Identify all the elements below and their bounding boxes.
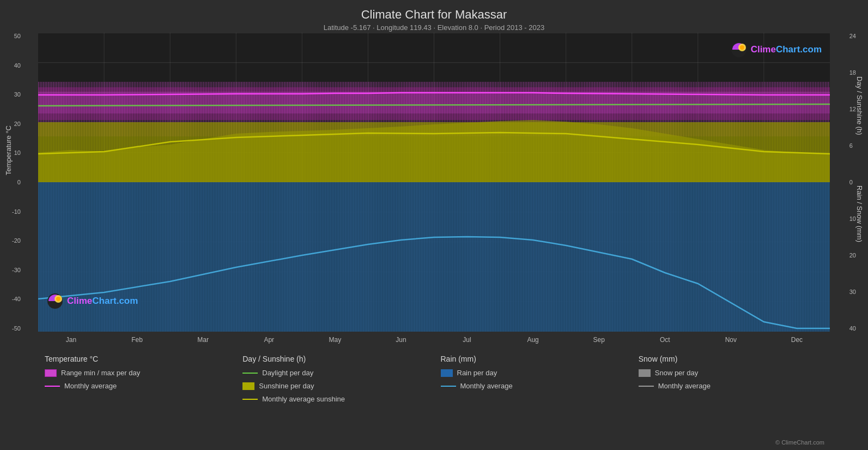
- subtitle: Latitude -5.167 · Longitude 119.43 · Ele…: [0, 23, 868, 32]
- yaxis-right: 24 18 12 6 0 10 20 30 40: [849, 33, 856, 332]
- chart-svg: [38, 33, 830, 332]
- main-title: Climate Chart for Makassar: [0, 8, 868, 22]
- chart-area: ClimeChart.com ClimeChart.com: [38, 33, 830, 332]
- svg-rect-32: [38, 182, 830, 332]
- legend-snow-title: Snow (mm): [639, 355, 823, 363]
- legend-rain-avg-line: [441, 386, 456, 387]
- logo-text-chart-com: Chart.com: [776, 44, 822, 55]
- xaxis: Jan Feb Mar Apr May Jun Jul Aug Sep Oct …: [38, 333, 830, 349]
- chart-wrapper: 50 40 30 20 10 0 -10 -20 -30 -40 -50 24 …: [38, 33, 830, 349]
- legend-area: Temperature °C Range min / max per day M…: [38, 349, 830, 450]
- logo-text-clime: Clime: [751, 44, 776, 55]
- page: Climate Chart for Makassar Latitude -5.1…: [0, 0, 868, 450]
- legend-sunshine-bar: [242, 382, 254, 390]
- title-area: Climate Chart for Makassar Latitude -5.1…: [0, 0, 868, 32]
- yaxis-right-title-bottom: Rain / Snow (mm): [855, 185, 864, 242]
- legend-snow-swatch: Snow per day: [639, 369, 823, 377]
- logo-icon-top: [730, 41, 748, 58]
- legend-daylight-line: [242, 373, 258, 374]
- legend-rain-title: Rain (mm): [441, 355, 626, 363]
- snow-per-day-label: Snow per day: [655, 369, 699, 377]
- logo-bottom-left: ClimeChart.com: [46, 292, 138, 310]
- legend-snow: Snow (mm) Snow per day Monthly average: [632, 349, 830, 450]
- legend-temp-avg-line: [45, 386, 60, 387]
- legend-temperature: Temperature °C Range min / max per day M…: [38, 349, 236, 450]
- logo-top-right: ClimeChart.com: [730, 41, 822, 58]
- logo-icon-bottom: [46, 292, 64, 310]
- legend-snow-bar: [639, 369, 651, 377]
- legend-temp-range-swatch: [45, 369, 57, 377]
- snow-monthly-avg-label: Monthly average: [658, 382, 711, 390]
- legend-sunshine-avg-line: [242, 399, 258, 400]
- legend-daylight: Daylight per day: [242, 369, 427, 377]
- legend-sunshine-title: Day / Sunshine (h): [242, 355, 427, 363]
- legend-temp-avg: Monthly average: [45, 382, 229, 390]
- legend-snow-avg-line: [639, 386, 654, 387]
- legend-rain-monthly-label: Monthly average: [460, 382, 513, 390]
- legend-rain: Rain (mm) Rain per day Monthly average: [434, 349, 632, 450]
- legend-rain-bar: [441, 369, 453, 377]
- legend-rain-avg: Monthly average: [441, 382, 626, 390]
- yaxis-left-title: Temperature °C: [4, 125, 13, 175]
- svg-point-36: [740, 45, 744, 50]
- yaxis-left: 50 40 30 20 10 0 -10 -20 -30 -40 -50: [12, 33, 21, 332]
- svg-point-39: [56, 297, 60, 301]
- yaxis-right-title-top: Day / Sunshine (h): [855, 76, 864, 135]
- legend-sunshine: Day / Sunshine (h) Daylight per day Suns…: [236, 349, 434, 450]
- legend-sunshine-swatch: Sunshine per day: [242, 382, 427, 390]
- legend-temp-monthly-label: Monthly average: [64, 382, 117, 390]
- legend-temp-range: Range min / max per day: [45, 369, 229, 377]
- copyright: © ClimeChart.com: [775, 439, 824, 446]
- legend-temperature-title: Temperature °C: [45, 355, 229, 363]
- legend-snow-avg: Monthly average: [639, 382, 823, 390]
- legend-rain-swatch: Rain per day: [441, 369, 626, 377]
- legend-sunshine-avg: Monthly average sunshine: [242, 395, 427, 403]
